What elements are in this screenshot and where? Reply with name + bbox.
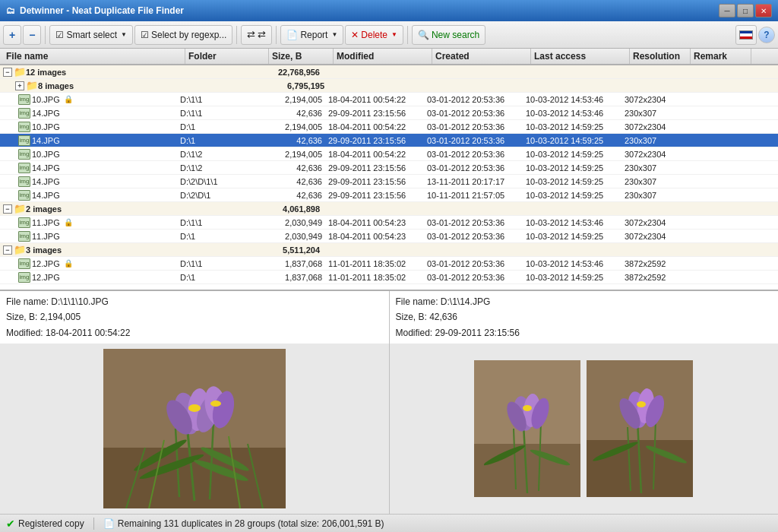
- remaining-status: 📄 Remaining 131 duplicates in 28 groups …: [103, 518, 384, 529]
- file-modified: 29-09-2011 23:15:56: [328, 163, 427, 173]
- svg-point-16: [210, 401, 221, 407]
- remove-button[interactable]: −: [23, 25, 41, 45]
- status-separator: [93, 518, 94, 530]
- col-created[interactable]: Created: [432, 49, 531, 64]
- report-button[interactable]: 📄 Report ▼: [280, 25, 343, 45]
- toolbar-separator-2: [236, 26, 237, 44]
- minimize-button[interactable]: ─: [719, 4, 735, 17]
- file-modified: 18-04-2011 00:54:23: [328, 218, 427, 227]
- group1-files: img 10.JPG🔒 D:\1\1 2,194,005 18-04-2011 …: [0, 93, 778, 202]
- col-size[interactable]: Size, B: [269, 49, 334, 64]
- file-row[interactable]: img 12.JPG D:\1 1,837,068 11-01-2011 18:…: [0, 271, 778, 284]
- file-resolution: 230x307: [625, 163, 685, 173]
- file-row[interactable]: img 14.JPG D:\2\D\1 42,636 29-09-2011 23…: [0, 188, 778, 202]
- file-name: 10.JPG🔒: [32, 95, 180, 104]
- file-icon: img: [18, 231, 30, 242]
- regexp-icon: ☑: [141, 30, 149, 40]
- file-name: 14.JPG: [32, 177, 180, 186]
- svg-point-32: [523, 405, 532, 411]
- file-modified: 29-09-2011 23:15:56: [328, 177, 427, 186]
- file-size: 2,194,005: [264, 122, 328, 131]
- col-access[interactable]: Last access: [531, 49, 630, 64]
- file-row[interactable]: img 14.JPG D:\2\D\1\1 42,636 29-09-2011 …: [0, 175, 778, 188]
- file-access: 10-03-2012 14:59:25: [526, 232, 625, 241]
- file-icon: img: [18, 122, 30, 132]
- file-access: 10-03-2012 14:59:25: [526, 163, 625, 173]
- file-row[interactable]: img 11.JPG🔒 D:\1\1 2,030,949 18-04-2011 …: [0, 216, 778, 230]
- file-row[interactable]: img 14.JPG D:\1 42,636 29-09-2011 23:15:…: [0, 134, 778, 147]
- file-row[interactable]: img 10.JPG🔒 D:\1\1 2,194,005 18-04-2011 …: [0, 93, 778, 106]
- maximize-button[interactable]: □: [737, 4, 754, 17]
- file-row[interactable]: img 14.JPG D:\1\2 42,636 29-09-2011 23:1…: [0, 161, 778, 175]
- file-access: 10-03-2012 14:59:25: [526, 150, 625, 159]
- file-folder: D:\1\1: [180, 109, 264, 118]
- select-by-regexp-button[interactable]: ☑ Select by regexp...: [134, 25, 232, 45]
- col-folder[interactable]: Folder: [185, 49, 269, 64]
- col-remark[interactable]: Remark: [691, 49, 751, 64]
- column-headers: File name Folder Size, B Modified Create…: [0, 49, 778, 65]
- group-row[interactable]: − 📁 12 images 22,768,956: [0, 65, 778, 79]
- collapse-icon[interactable]: −: [3, 68, 12, 77]
- collapse-icon[interactable]: −: [3, 204, 12, 214]
- file-name: 10.JPG: [32, 150, 180, 159]
- group-row[interactable]: − 📁 3 images 5,511,204: [0, 243, 778, 257]
- file-resolution: 230x307: [625, 177, 685, 186]
- file-modified: 18-04-2011 00:54:23: [328, 232, 427, 241]
- smart-select-button[interactable]: ☑ Smart select ▼: [49, 25, 133, 45]
- file-resolution: 3072x2304: [625, 218, 685, 227]
- file-icon: img: [18, 176, 30, 187]
- collapse-icon[interactable]: −: [3, 245, 12, 255]
- file-icon: img: [18, 94, 30, 105]
- file-name: 14.JPG: [32, 109, 180, 118]
- statusbar: ✔ Registered copy 📄 Remaining 131 duplic…: [0, 514, 778, 532]
- file-icon: img: [18, 190, 30, 201]
- file-icon: img: [18, 217, 30, 228]
- folder-icon: 📁: [14, 244, 26, 255]
- smart-select-arrow: ▼: [121, 31, 127, 38]
- file-access: 10-03-2012 14:59:25: [526, 191, 625, 200]
- left-crocus-svg: [103, 349, 286, 508]
- delete-button[interactable]: ✕ Delete ▼: [345, 25, 403, 45]
- add-button[interactable]: +: [3, 25, 21, 45]
- help-button[interactable]: ?: [758, 27, 775, 43]
- file-folder: D:\1\1: [180, 218, 264, 227]
- group-name: 3 images: [26, 245, 178, 255]
- col-resolution[interactable]: Resolution: [630, 49, 691, 64]
- close-button[interactable]: ✕: [755, 4, 772, 17]
- file-size: 2,194,005: [264, 150, 328, 159]
- group-size: 6,795,195: [266, 81, 330, 90]
- lock-icon: 🔒: [64, 95, 73, 103]
- folder-icon: 📁: [14, 203, 26, 214]
- expand-icon[interactable]: +: [15, 81, 24, 90]
- compare-button[interactable]: ⇄ ⇄: [241, 25, 272, 45]
- new-search-button[interactable]: 🔍 New search: [412, 25, 485, 45]
- folder-icon: 📁: [14, 66, 26, 78]
- file-row[interactable]: img 12.JPG🔒 D:\1\1 1,837,068 11-01-2011 …: [0, 257, 778, 271]
- file-name: 11.JPG: [32, 232, 180, 241]
- file-row[interactable]: img 14.JPG D:\1\1 42,636 29-09-2011 23:1…: [0, 106, 778, 120]
- file-row[interactable]: img 10.JPG D:\1 2,194,005 18-04-2011 00:…: [0, 120, 778, 134]
- col-filename[interactable]: File name: [3, 49, 185, 64]
- col-modified[interactable]: Modified: [334, 49, 432, 64]
- file-created: 13-11-2011 20:17:17: [427, 177, 526, 186]
- file-resolution: 3072x2304: [625, 232, 685, 241]
- file-row[interactable]: img 10.JPG D:\1\2 2,194,005 18-04-2011 0…: [0, 147, 778, 161]
- group-row[interactable]: + 📁 8 images 6,795,195: [0, 79, 778, 93]
- file-resolution: 3872x2592: [625, 273, 685, 282]
- file-resolution: 230x307: [625, 109, 685, 118]
- report-label: Report: [300, 30, 327, 40]
- file-name: 12.JPG🔒: [32, 259, 180, 268]
- flag-button[interactable]: [735, 25, 757, 45]
- group-row[interactable]: − 📁 2 images 4,061,898: [0, 202, 778, 216]
- file-folder: D:\1: [180, 273, 264, 282]
- file-created: 03-01-2012 20:53:36: [427, 95, 526, 104]
- file-icon: img: [18, 272, 30, 283]
- file-row[interactable]: img 11.JPG D:\1 2,030,949 18-04-2011 00:…: [0, 230, 778, 243]
- preview-left-image: [0, 344, 389, 514]
- left-modified: Modified: 18-04-2011 00:54:22: [6, 325, 383, 340]
- new-search-icon: 🔍: [418, 30, 429, 40]
- preview-area: File name: D:\1\1\10.JPG Size, B: 2,194,…: [0, 290, 778, 514]
- file-resolution: 3072x2304: [625, 150, 685, 159]
- file-created: 03-01-2012 20:53:36: [427, 136, 526, 145]
- file-created: 03-01-2012 20:53:36: [427, 259, 526, 268]
